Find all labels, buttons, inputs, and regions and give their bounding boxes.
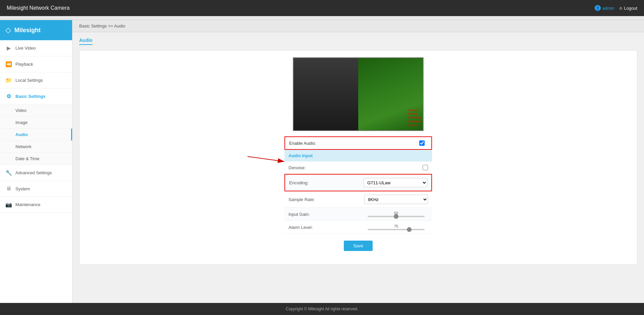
advanced-settings-icon: 🔧 [5, 170, 12, 176]
sample-rate-select[interactable]: 8KHz 16KHz 32KHz 44.1KHz 48KHz [364, 195, 428, 204]
annotation-arrow [244, 146, 288, 167]
camera-left-pane [293, 58, 358, 130]
sidebar: ◇ Milesight ▶ Live Video ⏪ Playback 📁 Lo… [0, 20, 72, 303]
breadcrumb: Basic Settings >> Audio [72, 20, 644, 32]
audio-input-section-header: Audio Input [284, 150, 432, 162]
basic-settings-icon: ⚙ [5, 93, 12, 100]
logout-button[interactable]: ⎋ Logout [620, 6, 637, 11]
sidebar-subitem-network[interactable]: Network [0, 141, 72, 153]
sidebar-item-advanced-settings[interactable]: 🔧 Advanced Settings [0, 165, 72, 181]
enable-audio-row: Enable Audio: [284, 136, 432, 150]
alarm-level-slider[interactable] [368, 229, 425, 230]
alarm-level-label: Alarm Level: [288, 225, 364, 230]
input-gain-slider-wrap: 50 [364, 211, 428, 217]
denoise-label: Denoise: [288, 165, 423, 170]
denoise-checkbox[interactable] [423, 165, 428, 170]
subitem-label: Date & Time [15, 156, 40, 161]
sidebar-item-label: Playback [15, 62, 33, 67]
sidebar-subitem-date-time[interactable]: Date & Time [0, 153, 72, 165]
encoding-row: Encoding: G711-ULaw G711-ALaw G726 AAC [284, 174, 432, 191]
copyright-text: Copyright © Milesight All rights reserve… [286, 307, 358, 311]
sidebar-item-playback[interactable]: ⏪ Playback [0, 56, 72, 72]
save-button[interactable]: Save [344, 241, 373, 251]
sidebar-item-local-settings[interactable]: 📁 Local Settings [0, 72, 72, 88]
page-title: Audio [79, 38, 93, 45]
logout-icon: ⎋ [620, 6, 622, 11]
subitem-label: Image [15, 120, 28, 125]
app-title: Milesight Network Camera [7, 5, 70, 11]
encoding-label: Encoding: [289, 180, 364, 185]
input-gain-slider[interactable] [368, 216, 425, 217]
maintenance-icon: 📷 [5, 201, 12, 208]
header: Milesight Network Camera 👤 admin ⎋ Logou… [0, 0, 644, 16]
sidebar-item-label: System [15, 186, 30, 191]
camera-overlay-text: MilesightBuildingTechnology2016/03/0110:… [408, 108, 421, 127]
input-gain-label: Input Gain: [288, 212, 364, 217]
system-icon: 🖥 [5, 186, 12, 192]
sidebar-item-label: Basic Settings [15, 94, 46, 99]
enable-audio-label: Enable Audio: [289, 141, 419, 146]
sidebar-item-maintenance[interactable]: 📷 Maintenance [0, 197, 72, 213]
sidebar-item-label: Advanced Settings [15, 170, 52, 175]
sidebar-item-basic-settings[interactable]: ⚙ Basic Settings [0, 88, 72, 105]
content-area: Audio MilesightBuildingTechnology2016/03… [72, 32, 644, 270]
sidebar-subitem-audio[interactable]: Audio [0, 129, 72, 141]
sample-rate-row: Sample Rate: 8KHz 16KHz 32KHz 44.1KHz 48… [284, 191, 432, 208]
camera-preview: MilesightBuildingTechnology2016/03/0110:… [86, 57, 630, 131]
input-gain-row: Input Gain: 50 [284, 208, 432, 221]
save-row: Save [284, 234, 432, 258]
encoding-select[interactable]: G711-ULaw G711-ALaw G726 AAC [364, 178, 427, 187]
sidebar-item-label: Maintenance [15, 202, 40, 207]
local-settings-icon: 📁 [5, 77, 12, 83]
alarm-level-row: Alarm Level: 75 [284, 221, 432, 234]
camera-image: MilesightBuildingTechnology2016/03/0110:… [293, 57, 424, 131]
logout-label: Logout [624, 6, 637, 11]
live-video-icon: ▶ [5, 45, 12, 51]
svg-line-1 [248, 156, 284, 162]
user-icon: 👤 [595, 5, 601, 11]
username: admin [602, 6, 614, 11]
footer: Copyright © Milesight All rights reserve… [0, 303, 644, 315]
audio-card: MilesightBuildingTechnology2016/03/0110:… [79, 50, 637, 265]
subitem-label: Audio [15, 132, 28, 137]
alarm-level-slider-wrap: 75 [364, 224, 428, 230]
subheader-stripe [0, 16, 644, 20]
sample-rate-label: Sample Rate: [288, 197, 364, 202]
sidebar-item-system[interactable]: 🖥 System [0, 181, 72, 197]
subitem-label: Network [15, 144, 32, 149]
sidebar-subitem-image[interactable]: Image [0, 117, 72, 129]
user-info: 👤 admin [595, 5, 614, 11]
logo-icon: ◇ [5, 26, 11, 35]
enable-audio-checkbox[interactable] [419, 140, 425, 146]
denoise-row: Denoise: [284, 162, 432, 174]
header-right: 👤 admin ⎋ Logout [595, 5, 637, 11]
audio-input-label: Audio Input [288, 153, 313, 158]
layout: ◇ Milesight ▶ Live Video ⏪ Playback 📁 Lo… [0, 20, 644, 303]
sidebar-subitem-video[interactable]: Video [0, 105, 72, 117]
sidebar-item-label: Local Settings [15, 78, 43, 83]
sidebar-item-live-video[interactable]: ▶ Live Video [0, 40, 72, 56]
settings-form: Enable Audio: [284, 136, 432, 258]
sidebar-item-label: Live Video [15, 46, 36, 51]
main-content: Basic Settings >> Audio Audio MilesightB… [72, 20, 644, 303]
logo-text: Milesight [14, 27, 41, 34]
playback-icon: ⏪ [5, 61, 12, 67]
subitem-label: Video [15, 108, 26, 113]
basic-settings-submenu: Video Image Audio Network Date & Time [0, 105, 72, 165]
sidebar-logo: ◇ Milesight [0, 20, 72, 40]
